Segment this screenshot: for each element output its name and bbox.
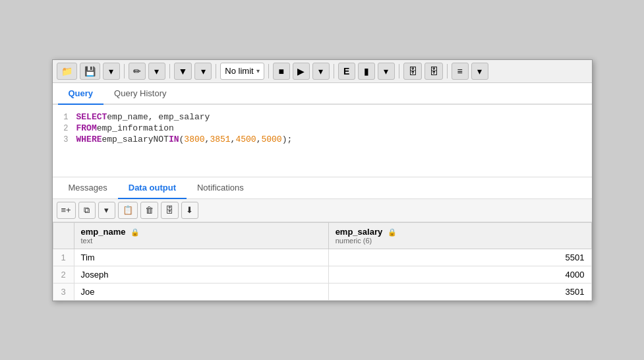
cell-emp-salary-1[interactable]: 5501: [328, 249, 591, 266]
filter-icon: ▼: [179, 66, 188, 76]
code-rest-2: emp_information: [97, 123, 174, 133]
run-dropdown-button[interactable]: ▾: [312, 63, 330, 80]
delete-button[interactable]: 🗑: [140, 202, 158, 219]
separator3: [216, 64, 216, 78]
row-num-3: 3: [53, 283, 74, 300]
chevron-down-icon-5: ▾: [384, 66, 388, 76]
save-dropdown-button[interactable]: ▾: [103, 63, 120, 80]
row-num-1: 1: [53, 249, 74, 266]
chevron-down-icon: ▾: [109, 66, 113, 76]
table-row: 2 Joseph 4000: [53, 266, 591, 283]
code-line-3: 3 WHERE emp_salary NOT IN ( 3800 , 3851 …: [53, 134, 592, 145]
chevron-down-icon-6: ▾: [477, 66, 482, 76]
tab-query-history[interactable]: Query History: [103, 83, 177, 105]
num-val-4: 5000: [261, 135, 281, 144]
col-type-emp-name: text: [81, 237, 322, 245]
save-icon: 💾: [84, 66, 96, 76]
data-toolbar: ≡+ ⧉ ▾ 📋 🗑 🗄 ⬇: [53, 199, 592, 222]
cell-emp-name-2[interactable]: Joseph: [74, 266, 328, 283]
paren-open: (: [179, 135, 185, 144]
separator4: [268, 64, 269, 78]
code-rest-1: emp_name, emp_salary: [107, 112, 210, 122]
col-name-emp-salary: emp_salary: [336, 227, 383, 237]
table-row: 1 Tim 5501: [53, 249, 591, 266]
list-dropdown-button[interactable]: ▾: [471, 63, 488, 80]
comma-3: ,: [256, 135, 262, 144]
folder-button[interactable]: 📁: [57, 63, 77, 80]
lock-icon-2: 🔒: [388, 228, 397, 236]
cell-emp-salary-2[interactable]: 4000: [328, 266, 591, 283]
list-button[interactable]: ≡: [452, 63, 469, 80]
row-num-header: [53, 222, 74, 249]
tab-data-output[interactable]: Data output: [118, 177, 187, 199]
separator5: [334, 64, 334, 78]
query-tab-bar: Query Query History: [53, 83, 592, 105]
num-val-2: 3851: [210, 135, 230, 144]
explain-icon: E: [343, 66, 349, 76]
copy-dropdown-button[interactable]: ▾: [98, 202, 115, 219]
line-num-2: 2: [53, 124, 76, 133]
cell-emp-salary-3[interactable]: 3501: [328, 283, 591, 300]
tab-messages[interactable]: Messages: [58, 177, 118, 199]
main-toolbar: 📁 💾 ▾ ✏ ▾ ▼ ▾ No limit ▾ ■ ▶: [53, 60, 592, 83]
db-icon1-button[interactable]: 🗄: [403, 63, 422, 80]
filter-dropdown-button[interactable]: ▾: [194, 63, 212, 80]
edit-dropdown-button[interactable]: ▾: [148, 63, 165, 80]
line-num-1: 1: [53, 113, 76, 122]
num-val-1: 3800: [184, 135, 204, 144]
database-plus-icon: 🗄: [429, 66, 438, 76]
comma-1: ,: [205, 135, 210, 144]
cell-emp-name-3[interactable]: Joe: [74, 283, 328, 300]
code-line-2: 2 FROM emp_information: [53, 123, 592, 134]
chart-dropdown-button[interactable]: ▾: [378, 63, 395, 80]
code-editor[interactable]: 1 SELECT emp_name, emp_salary 2 FROM emp…: [53, 105, 592, 177]
copy-button[interactable]: ⧉: [78, 202, 96, 219]
add-row-icon: ≡+: [61, 205, 71, 215]
chevron-down-icon-4: ▾: [318, 66, 323, 76]
cell-emp-name-1[interactable]: Tim: [74, 249, 328, 266]
code-line-1: 1 SELECT emp_name, emp_salary: [53, 111, 592, 123]
table-row: 3 Joe 3501: [53, 283, 591, 300]
copy-chevron-icon: ▾: [104, 205, 109, 215]
save-button[interactable]: 💾: [80, 63, 100, 80]
keyword-select: SELECT: [76, 112, 107, 122]
results-table: emp_name 🔒 text emp_salary 🔒 numeric (6)…: [53, 222, 592, 301]
keyword-from: FROM: [76, 123, 97, 133]
edit-button[interactable]: ✏: [129, 63, 146, 80]
chart-button[interactable]: ▮: [358, 63, 375, 80]
limit-label: No limit: [225, 66, 253, 76]
run-button[interactable]: ▶: [293, 63, 310, 80]
col-name-emp-name: emp_name: [81, 227, 126, 237]
db-save-icon: 🗄: [165, 205, 174, 215]
table-header-row: emp_name 🔒 text emp_salary 🔒 numeric (6): [53, 222, 591, 249]
output-tab-bar: Messages Data output Notifications: [53, 177, 592, 199]
filter-button[interactable]: ▼: [174, 63, 192, 80]
lock-icon-1: 🔒: [131, 228, 140, 236]
separator6: [399, 64, 399, 78]
chevron-down-icon-3: ▾: [201, 66, 206, 76]
stop-icon: ■: [278, 66, 283, 76]
db-icon2-button[interactable]: 🗄: [424, 63, 443, 80]
row-num-2: 2: [53, 266, 74, 283]
line-num-3: 3: [53, 135, 76, 144]
code-text-1: emp_salary: [102, 135, 154, 144]
download-button[interactable]: ⬇: [181, 202, 198, 219]
keyword-not: NOT: [154, 135, 169, 144]
explain-button[interactable]: E: [338, 63, 355, 80]
limit-dropdown[interactable]: No limit ▾: [220, 63, 264, 80]
add-row-button[interactable]: ≡+: [57, 202, 76, 219]
col-type-emp-salary: numeric (6): [336, 237, 585, 245]
stop-button[interactable]: ■: [273, 63, 290, 80]
chart-icon: ▮: [364, 66, 369, 76]
col-header-emp-name: emp_name 🔒 text: [74, 222, 328, 249]
tab-query[interactable]: Query: [58, 83, 104, 105]
tab-notifications[interactable]: Notifications: [187, 177, 254, 199]
col-header-emp-salary: emp_salary 🔒 numeric (6): [328, 222, 591, 249]
separator7: [447, 64, 448, 78]
db-save-button[interactable]: 🗄: [161, 202, 179, 219]
keyword-in: IN: [169, 135, 179, 144]
num-val-3: 4500: [235, 135, 256, 144]
data-table-container: emp_name 🔒 text emp_salary 🔒 numeric (6)…: [53, 222, 592, 301]
paste-button[interactable]: 📋: [118, 202, 138, 219]
download-icon: ⬇: [186, 205, 193, 215]
